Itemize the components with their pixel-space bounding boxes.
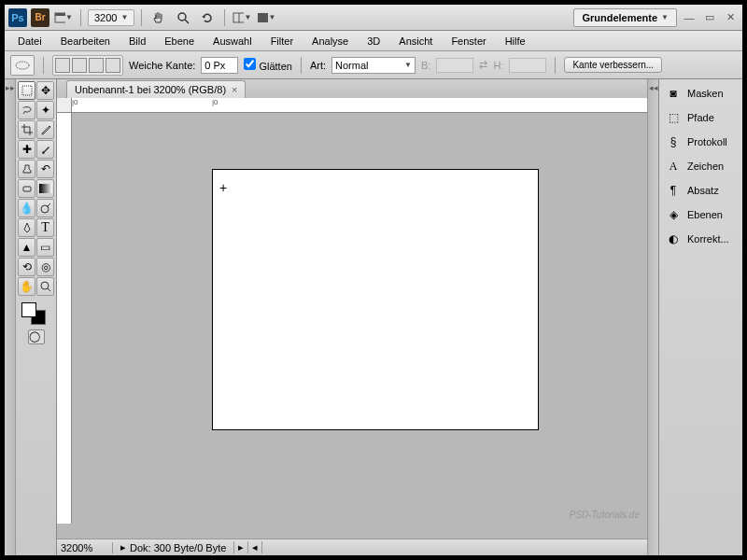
panel-ebenen[interactable]: ◈Ebenen bbox=[661, 204, 740, 225]
menu-fenster[interactable]: Fenster bbox=[442, 33, 495, 49]
zoom-tool-icon[interactable] bbox=[173, 8, 193, 27]
dodge-tool-icon[interactable] bbox=[36, 199, 54, 217]
workspace-switcher[interactable]: Grundelemente ▼ bbox=[573, 8, 677, 27]
antialias-checkbox[interactable]: Glätten bbox=[244, 58, 292, 72]
refine-edge-button[interactable]: Kante verbessern... bbox=[564, 57, 662, 73]
arrange-docs-icon[interactable]: ▼ bbox=[232, 8, 252, 27]
hand-tool2-icon[interactable]: ✋ bbox=[18, 277, 35, 296]
document-tab-bar: Unbenannt-1 bei 3200% (RGB/8) × bbox=[57, 79, 647, 98]
top-toolbar: Ps Br ▼ 3200 ▼ ▼ ▼ Grun bbox=[5, 5, 742, 31]
type-tool-icon[interactable]: T bbox=[36, 218, 54, 237]
panel-masken[interactable]: ◙Masken bbox=[661, 83, 740, 104]
marquee-tool-icon[interactable] bbox=[18, 81, 35, 100]
shape-tool-icon[interactable]: ▭ bbox=[36, 238, 54, 257]
heal-tool-icon[interactable]: ✚ bbox=[18, 140, 35, 159]
panel-absatz[interactable]: ¶Absatz bbox=[661, 180, 740, 201]
height-label: H: bbox=[493, 60, 503, 71]
panel-zeichen[interactable]: AZeichen bbox=[661, 156, 740, 176]
document-tab[interactable]: Unbenannt-1 bei 3200% (RGB/8) × bbox=[66, 80, 246, 98]
sel-subtract-icon[interactable] bbox=[89, 58, 104, 73]
tab-close-icon[interactable]: × bbox=[232, 84, 237, 95]
selection-mode-group bbox=[52, 55, 123, 76]
status-flyout-icon[interactable]: ▸ bbox=[234, 541, 248, 553]
rotate-view-icon[interactable] bbox=[197, 8, 218, 27]
sel-new-icon[interactable] bbox=[55, 58, 70, 73]
eyedropper-tool-icon[interactable] bbox=[36, 120, 54, 139]
maximize-button[interactable]: ▭ bbox=[703, 11, 716, 24]
current-tool-icon[interactable] bbox=[10, 55, 35, 76]
close-button[interactable]: ✕ bbox=[724, 11, 737, 24]
options-bar: Weiche Kante: Glätten Art: Normal▼ B: ⇄ … bbox=[5, 51, 742, 79]
blur-tool-icon[interactable]: 💧 bbox=[18, 199, 35, 217]
svg-rect-8 bbox=[22, 86, 32, 95]
menu-ebene[interactable]: Ebene bbox=[155, 33, 204, 49]
feather-input[interactable] bbox=[201, 57, 238, 74]
wand-tool-icon[interactable]: ✦ bbox=[36, 101, 54, 119]
width-input bbox=[436, 58, 473, 73]
scroll-left-icon[interactable]: ◂ bbox=[248, 541, 262, 553]
canvas[interactable] bbox=[212, 169, 539, 430]
layout-dropdown-icon[interactable]: ▼ bbox=[53, 8, 74, 27]
panel-korrekturen[interactable]: ◐Korrekt... bbox=[661, 229, 740, 249]
brush-tool-icon[interactable] bbox=[36, 140, 54, 159]
zoom-level-display[interactable]: 3200 ▼ bbox=[88, 9, 134, 26]
path-select-tool-icon[interactable]: ▲ bbox=[18, 238, 35, 257]
menu-filter[interactable]: Filter bbox=[261, 33, 303, 49]
color-swatches[interactable] bbox=[18, 301, 54, 327]
menu-auswahl[interactable]: Auswahl bbox=[204, 33, 261, 49]
menu-ansicht[interactable]: Ansicht bbox=[389, 33, 442, 49]
crop-tool-icon[interactable] bbox=[18, 120, 35, 139]
zoom-value: 3200 bbox=[94, 12, 117, 23]
3d-rotate-tool-icon[interactable]: ⟲ bbox=[18, 258, 35, 276]
lasso-tool-icon[interactable] bbox=[18, 101, 35, 119]
menu-datei[interactable]: Datei bbox=[8, 33, 51, 49]
pen-tool-icon[interactable] bbox=[18, 218, 35, 237]
svg-point-2 bbox=[178, 13, 186, 21]
height-input bbox=[509, 58, 546, 73]
screen-mode-icon[interactable]: ▼ bbox=[256, 8, 276, 27]
paragraph-icon: ¶ bbox=[665, 183, 682, 198]
svg-rect-10 bbox=[39, 184, 52, 193]
style-select[interactable]: Normal▼ bbox=[331, 57, 416, 74]
zoom-tool2-icon[interactable] bbox=[36, 277, 54, 296]
vertical-ruler[interactable] bbox=[57, 113, 72, 524]
mask-icon: ◙ bbox=[665, 86, 682, 101]
svg-line-3 bbox=[185, 20, 189, 23]
history-icon: § bbox=[665, 134, 682, 149]
canvas-viewport[interactable]: + bbox=[72, 113, 647, 524]
left-collapse-strip[interactable]: ▸▸ bbox=[5, 79, 16, 555]
menu-bild[interactable]: Bild bbox=[120, 33, 155, 49]
menu-analyse[interactable]: Analyse bbox=[303, 33, 358, 49]
bridge-logo-icon[interactable]: Br bbox=[31, 8, 49, 27]
foreground-swatch[interactable] bbox=[21, 302, 36, 317]
menu-3d[interactable]: 3D bbox=[358, 33, 389, 49]
quickmask-button[interactable]: ◯ bbox=[28, 329, 45, 344]
move-tool-icon[interactable]: ✥ bbox=[36, 81, 54, 100]
menu-hilfe[interactable]: Hilfe bbox=[496, 33, 535, 49]
horizontal-ruler[interactable] bbox=[72, 98, 647, 113]
tab-title: Unbenannt-1 bei 3200% (RGB/8) bbox=[75, 84, 226, 95]
gradient-tool-icon[interactable] bbox=[36, 179, 54, 198]
3d-orbit-tool-icon[interactable]: ◎ bbox=[36, 258, 54, 276]
sel-intersect-icon[interactable] bbox=[106, 58, 120, 73]
panel-pfade[interactable]: ⬚Pfade bbox=[661, 107, 740, 128]
svg-point-7 bbox=[16, 62, 29, 69]
feather-label: Weiche Kante: bbox=[129, 60, 195, 71]
sel-add-icon[interactable] bbox=[72, 58, 87, 73]
adjustments-icon: ◐ bbox=[665, 231, 682, 246]
watermark: PSD-Tutorials.de bbox=[570, 510, 640, 520]
status-doc-info[interactable]: ▸Dok: 300 Byte/0 Byte bbox=[113, 541, 234, 553]
right-collapse-strip[interactable]: ◂◂ bbox=[647, 79, 658, 555]
panel-dock: ◙Masken ⬚Pfade §Protokoll AZeichen ¶Absa… bbox=[658, 79, 742, 555]
svg-line-14 bbox=[48, 288, 50, 291]
history-brush-icon[interactable]: ↶ bbox=[36, 160, 54, 178]
svg-point-13 bbox=[41, 282, 49, 289]
hand-tool-icon[interactable] bbox=[148, 8, 169, 27]
app-window: Ps Br ▼ 3200 ▼ ▼ ▼ Grun bbox=[5, 5, 742, 555]
status-zoom[interactable]: 3200% bbox=[57, 542, 113, 553]
stamp-tool-icon[interactable] bbox=[18, 160, 35, 178]
panel-protokoll[interactable]: §Protokoll bbox=[661, 132, 740, 152]
menu-bearbeiten[interactable]: Bearbeiten bbox=[51, 33, 120, 49]
eraser-tool-icon[interactable] bbox=[18, 179, 35, 198]
minimize-button[interactable]: — bbox=[683, 11, 696, 24]
